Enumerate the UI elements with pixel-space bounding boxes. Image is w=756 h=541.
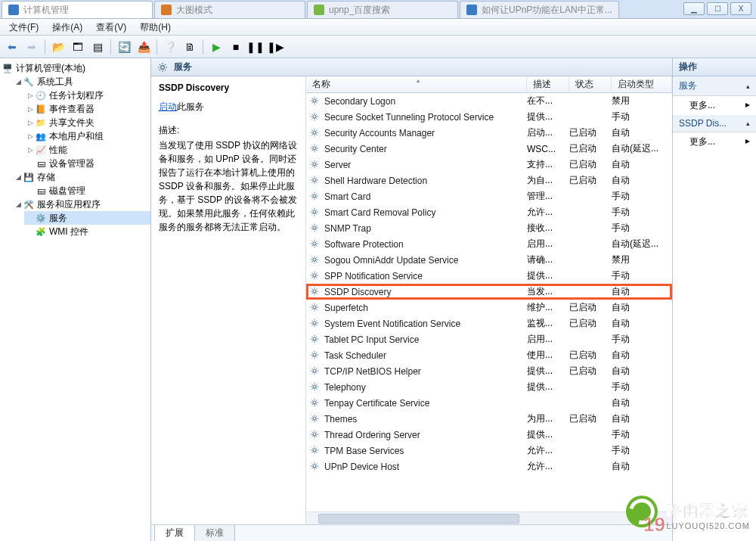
service-row[interactable]: Software Protection启用...自动(延迟... [306,236,672,252]
minimize-button[interactable]: ▁ [683,2,705,15]
column-desc[interactable]: 描述 [527,76,569,92]
tree-item[interactable]: 🧩WMI 控件 [24,225,150,238]
service-row[interactable]: Tenpay Certificate Service自动 [306,395,672,411]
favicon-icon [314,5,324,15]
horizontal-scrollbar[interactable] [306,511,672,524]
tree-item[interactable]: 🖴设备管理器 [24,157,150,170]
service-state: 已启动 [569,174,612,187]
tree-system-tools[interactable]: ◢ 🔧 系统工具 [12,75,150,89]
back-button[interactable]: ⬅ [3,38,21,56]
pause-button[interactable]: ❚❚ [246,38,265,56]
tab-standard[interactable]: 标准 [194,525,235,541]
tree-item-label: 共享文件夹 [49,117,94,129]
menu-item[interactable]: 查看(V) [90,20,132,36]
browser-tab[interactable]: upnp_百度搜索 [307,1,458,18]
service-row[interactable]: Superfetch维护...已启动自动 [306,300,672,316]
column-name[interactable]: 名称 [306,76,527,92]
service-row[interactable]: Secondary Logon在不...禁用 [306,93,672,109]
tree-root[interactable]: 🖥️ 计算机管理(本地) [0,61,150,75]
tree-item[interactable]: ▷🕘任务计划程序 [24,89,150,102]
props-button[interactable]: 🗔 [69,38,87,56]
service-name: Server [324,160,527,170]
expand-icon[interactable]: ▷ [26,119,35,126]
service-row[interactable]: Task Scheduler使用...已启动自动 [306,347,672,363]
collapse-icon[interactable]: ◢ [14,201,23,208]
close-button[interactable]: X [730,2,751,15]
restart-button[interactable]: ❚▶ [266,38,284,56]
column-startup[interactable]: 启动类型 [612,76,672,92]
service-row[interactable]: Themes为用...已启动自动 [306,411,672,427]
tree-services-apps[interactable]: ◢ 🛠️ 服务和应用程序 [12,197,150,211]
service-row[interactable]: Security CenterWSC...已启动自动(延迟... [306,141,672,157]
service-row[interactable]: TPM Base Services允许...手动 [306,443,672,459]
service-row[interactable]: System Event Notification Service监视...已启… [306,316,672,331]
service-desc: 提供... [527,110,569,123]
collapse-icon[interactable]: ◢ [14,78,23,86]
detail-button[interactable]: ▤ [88,38,107,56]
services-list[interactable]: Secondary Logon在不...禁用Secure Socket Tunn… [306,93,672,511]
folder-button[interactable]: 📂 [49,38,67,56]
service-name: Thread Ordering Server [324,430,527,440]
expand-icon[interactable]: ▷ [26,146,35,154]
browser-tab[interactable]: 大图模式 [154,1,305,18]
service-row[interactable]: Shell Hardware Detection为自...已启动自动 [306,173,672,188]
actions-section-services[interactable]: 服务▴ [673,76,756,96]
tree-item[interactable]: 🖴磁盘管理 [24,184,150,197]
service-row[interactable]: Smart Card管理...手动 [306,188,672,204]
forward-button[interactable]: ➡ [23,38,41,56]
refresh-button[interactable]: 🔄 [115,38,133,56]
service-row[interactable]: Server支持...已启动自动 [306,157,672,173]
sheet-button[interactable]: 🗎 [181,38,199,56]
service-startup: 手动 [612,222,672,235]
actions-section-ssdp[interactable]: SSDP Dis...▴ [673,115,756,132]
tree-item[interactable]: ▷📈性能 [24,143,150,157]
service-gear-icon [309,381,321,393]
service-name: Tablet PC Input Service [324,334,527,345]
tree-item[interactable]: ▷👥本地用户和组 [24,129,150,143]
service-row[interactable]: Telephony提供...手动 [306,379,672,395]
stop-button[interactable]: ■ [227,38,245,56]
service-row[interactable]: Security Accounts Manager启动...已启动自动 [306,125,672,141]
service-row[interactable]: Secure Socket Tunneling Protocol Service… [306,109,672,125]
service-desc: 提供... [527,365,569,378]
service-row[interactable]: TCP/IP NetBIOS Helper提供...已启动自动 [306,363,672,379]
menu-item[interactable]: 操作(A) [46,20,88,36]
service-gear-icon [309,429,321,441]
maximize-button[interactable]: ☐ [707,2,728,15]
svg-point-11 [313,257,316,260]
service-row[interactable]: Thread Ordering Server提供...手动 [306,427,672,443]
svg-point-14 [313,305,316,308]
tab-extended[interactable]: 扩展 [154,525,195,541]
tree-item-label: 事件查看器 [49,103,94,116]
tree-item[interactable]: ▷📙事件查看器 [24,102,150,116]
menu-item[interactable]: 帮助(H) [134,20,177,36]
service-row[interactable]: SNMP Trap接收...手动 [306,220,672,236]
tree-item[interactable]: ▷📁共享文件夹 [24,116,150,129]
service-row[interactable]: SPP Notification Service提供...手动 [306,268,672,284]
service-startup: 手动 [612,333,672,346]
service-row[interactable]: SSDP Discovery当发...自动 [306,284,672,300]
service-row[interactable]: Tablet PC Input Service启用...手动 [306,331,672,347]
menu-item[interactable]: 文件(F) [3,20,45,36]
export-button[interactable]: 📤 [135,38,153,56]
browser-tab[interactable]: 计算机管理 [2,1,153,18]
browser-tab[interactable]: 如何让UPnP功能在LAN中正常... [460,1,619,18]
tree-item[interactable]: ⚙️服务 [24,211,150,225]
service-row[interactable]: Sogou OmniAddr Update Service请确...禁用 [306,252,672,268]
column-state[interactable]: 状态 [569,76,612,92]
play-button[interactable]: ▶ [207,38,225,56]
actions-more-1[interactable]: 更多...▸ [673,96,756,115]
expand-icon[interactable]: ▷ [26,92,35,99]
service-row[interactable]: UPnP Device Host允许...自动 [306,459,672,474]
service-row[interactable]: Smart Card Removal Policy允许...手动 [306,204,672,220]
tree-storage[interactable]: ◢ 💾 存储 [12,170,150,184]
svg-point-18 [313,368,316,372]
expand-icon[interactable]: ▷ [26,132,35,140]
expand-icon[interactable]: ▷ [26,105,35,113]
collapse-icon[interactable]: ◢ [14,173,23,181]
help-button[interactable]: ❔ [161,38,179,56]
navigation-tree[interactable]: 🖥️ 计算机管理(本地) ◢ 🔧 系统工具 ▷🕘任务计划程序▷📙事件查看器▷📁共… [0,58,151,541]
start-service-link[interactable]: 启动 [159,101,177,112]
column-headers[interactable]: 名称 描述 状态 启动类型 [306,76,672,93]
actions-more-2[interactable]: 更多...▸ [673,132,756,151]
